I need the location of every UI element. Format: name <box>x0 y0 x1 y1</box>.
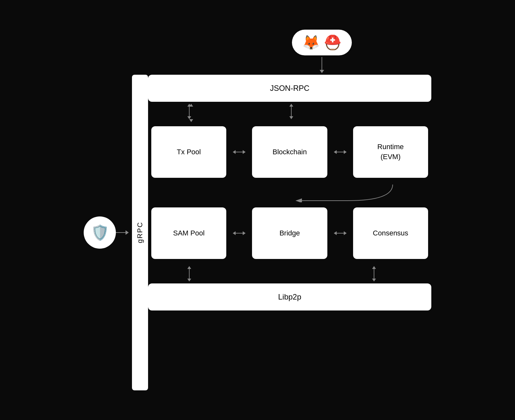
sampool-to-libp2p-arrow <box>148 266 231 282</box>
shield-circle: 🛡️ <box>84 216 116 249</box>
mid-blocks-row: Tx Pool Blockchain <box>148 121 431 183</box>
consensus-cell: Consensus <box>350 202 431 264</box>
bidir-h-sam-bridge <box>233 231 246 235</box>
tx-blockchain-arrow <box>229 121 249 183</box>
wallet-to-jsonrpc-arrow <box>320 55 324 75</box>
blockchain-bidir-v <box>250 104 333 119</box>
tx-pool-label: Tx Pool <box>177 147 201 157</box>
consensus-to-libp2p-arrow <box>332 266 415 282</box>
tx-pool-block: Tx Pool <box>151 126 226 178</box>
blockchain-label: Blockchain <box>273 147 307 157</box>
json-rpc-label: JSON-RPC <box>270 84 310 92</box>
grpc-bar: gRPC <box>132 75 148 390</box>
shield-to-grpc-arrow <box>116 230 129 235</box>
json-rpc-row: JSON-RPC <box>148 75 431 102</box>
bridge-cell: Bridge <box>249 202 330 264</box>
bidir-h-tx-blockchain <box>233 150 246 154</box>
libp2p-label: Libp2p <box>278 292 301 301</box>
right-column: JSON-RPC <box>148 75 431 390</box>
wallet-box: 🦊 ⛑️ <box>292 30 352 55</box>
runtime-label: Runtime (EVM) <box>377 142 404 162</box>
bridge-label: Bridge <box>279 228 300 238</box>
grpc-label: gRPC <box>136 222 144 243</box>
diagram-container: 🦊 ⛑️ 🛡️ gRPC <box>64 17 451 403</box>
top-arrows-row <box>148 102 431 121</box>
sam-bridge-arrow <box>229 202 249 264</box>
bridge-block: Bridge <box>252 207 327 259</box>
libp2p-row: Libp2p <box>148 283 431 310</box>
metamask-icon: 🦊 <box>302 35 320 50</box>
bridge-consensus-arrow <box>331 202 350 264</box>
consensus-block: Consensus <box>353 207 428 259</box>
consensus-label: Consensus <box>373 228 408 238</box>
architecture-area: 🛡️ gRPC JSON-RPC <box>84 75 431 390</box>
txpool-bidir-v <box>148 104 231 119</box>
curved-arrow-svg <box>148 183 431 202</box>
blockchain-runtime-arrow <box>331 121 350 183</box>
sam-pool-cell: SAM Pool <box>148 202 229 264</box>
sam-pool-label: SAM Pool <box>173 228 205 238</box>
libp2p-block: Libp2p <box>148 283 431 310</box>
bidir-h-blockchain-runtime <box>334 150 347 154</box>
tx-pool-cell: Tx Pool <box>148 121 229 183</box>
json-rpc-block: JSON-RPC <box>148 75 431 102</box>
blockchain-block: Blockchain <box>252 126 327 178</box>
bottom-blocks-row: SAM Pool Bridge <box>148 202 431 264</box>
bidir-h-bridge-consensus <box>334 231 347 235</box>
left-column: 🛡️ gRPC <box>84 75 148 390</box>
runtime-cell: Runtime (EVM) <box>350 121 431 183</box>
curved-arrow-row <box>148 183 431 202</box>
runtime-block: Runtime (EVM) <box>353 126 428 178</box>
shield-icon: 🛡️ <box>91 224 109 241</box>
blockchain-cell: Blockchain <box>249 121 330 183</box>
sam-pool-block: SAM Pool <box>151 207 226 259</box>
bottom-arrows-to-libp2p <box>148 264 431 283</box>
ethereum-icon: ⛑️ <box>324 35 342 50</box>
